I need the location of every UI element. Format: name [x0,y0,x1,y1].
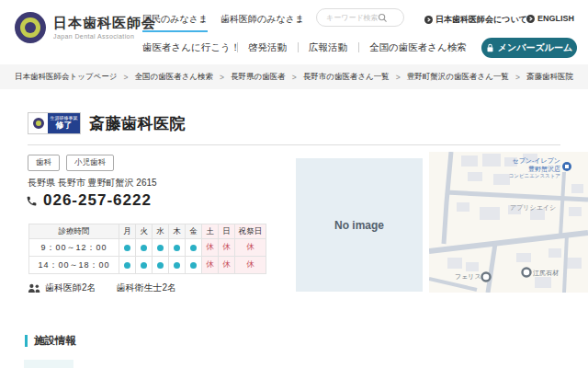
lifelong-training-badge: 生涯研修事業 修了 [28,112,81,134]
no-image-label: No image [334,219,384,232]
schedule-day-cell [119,257,136,274]
schedule-day-cell: 休 [219,257,235,274]
arrow-circle-icon [526,15,535,23]
arrow-circle-icon [424,16,433,24]
jda-emblem-icon [15,12,46,43]
schedule-day-cell: 休 [235,239,266,257]
schedule-day-cell: 休 [202,257,219,274]
breadcrumb-prefecture[interactable]: 長野県の歯医者 [231,72,286,83]
search-input[interactable] [317,14,378,22]
open-dot-icon [190,245,197,251]
shop-poi-icon [482,273,491,282]
shop-poi-icon [523,269,531,277]
schedule-header-cell: 土 [202,224,219,239]
map-label-ejiri-stone[interactable]: 江尻石材 [533,269,559,277]
clinic-title-row: 生涯研修事業 修了 斎藤歯科医院 [28,112,186,134]
breadcrumb-home[interactable]: 日本歯科医師会トップページ [15,72,118,83]
people-icon [28,283,40,293]
keyword-search [316,8,404,27]
open-dot-icon [157,245,164,251]
schedule-day-cell [186,257,202,274]
open-dot-icon [141,245,147,251]
divider [28,144,560,145]
badge-emblem-icon [33,118,44,129]
schedule-day-cell: 休 [219,239,235,257]
phone-number: 026-257-6222 [43,191,152,210]
jda-logo[interactable]: 日本歯科医師会 Japan Dental Association [15,12,156,43]
heading-accent-bar [25,335,28,347]
open-dot-icon [124,245,130,251]
schedule-row: 14：00～18：00 休 休 休 [29,257,266,274]
schedule-header-cell: 木 [169,224,186,239]
open-dot-icon [141,262,147,269]
staff-dentists: 歯科医師2名 [45,282,96,294]
schedule-day-cell [169,257,186,274]
divider [298,42,299,52]
page-title: 斎藤歯科医院 [89,113,186,134]
schedule-time-cell: 9：00～12：00 [29,239,119,257]
map-label-seven-eleven[interactable]: セブン-イレブン 豊野蟹沢店 コンビニエンスストア [509,156,560,179]
lock-icon [486,43,494,52]
schedule-day-cell: 休 [202,239,219,257]
nav-go-to-dentist[interactable]: 歯医者さんに行こう！ [142,41,240,54]
members-room-button[interactable]: メンバーズルーム [481,38,577,58]
schedule-header-cell: 診療時間 [29,224,119,239]
schedule-time-cell: 14：00～18：00 [29,257,119,274]
open-dot-icon [190,262,197,269]
map-label-felice[interactable]: フェリス [455,272,481,281]
nav-dentist-search[interactable]: 全国の歯医者さん検索 [369,41,467,54]
schedule-day-cell: 休 [235,257,266,274]
open-dot-icon [124,262,130,269]
schedule-header-cell: 日 [219,224,235,239]
breadcrumb-search[interactable]: 全国の歯医者さん検索 [134,72,213,83]
schedule-day-cell [136,257,153,274]
facility-info-heading: 施設情報 [25,334,76,348]
breadcrumb: 日本歯科医師会トップページ > 全国の歯医者さん検索 > 長野県の歯医者 > 長… [0,64,588,89]
schedule-header-cell: 火 [136,224,153,239]
schedule-day-cell [169,239,186,257]
about-jda-link[interactable]: 日本歯科医師会について [424,14,527,26]
english-link[interactable]: ENGLISH [526,14,574,23]
schedule-row: 9：00～12：00 休 休 休 [29,239,266,257]
schedule-header-cell: 水 [153,224,169,239]
logo-subtitle: Japan Dental Association [53,33,156,40]
location-map[interactable]: セブン-イレブン 豊野蟹沢店 コンビニエンスストア アプリシエイシ フェリス 江… [429,152,588,293]
clinic-phone: 026-257-6222 [26,191,152,210]
schedule-table: 診療時間 月 火 水 木 金 土 日 祝祭日 9：00～12：00 休 休 休 … [28,224,266,274]
open-dot-icon [174,262,180,269]
schedule-day-cell [186,239,202,257]
tag-dental: 歯科 [28,155,60,171]
staff-info: 歯科医師2名 歯科衛生士2名 [28,282,176,294]
divider [358,42,359,52]
open-dot-icon [157,262,164,269]
divider [237,42,238,52]
staff-hygienists: 歯科衛生士2名 [117,282,177,294]
logo-title: 日本歯科医師会 [53,16,156,31]
nav-pr[interactable]: 広報活動 [309,41,347,54]
schedule-day-cell [153,239,169,257]
map-label-appreciation[interactable]: アプリシエイシ [510,203,556,212]
schedule-day-cell [153,257,169,274]
nav-awareness[interactable]: 啓発活動 [248,41,287,54]
facility-table-edge [24,360,74,368]
tag-pediatric-dental: 小児歯科 [66,155,114,171]
header: 日本歯科医師会 Japan Dental Association 国民のみなさま… [0,0,588,64]
search-icon[interactable] [378,13,388,23]
schedule-day-cell [136,239,153,257]
schedule-day-cell [119,239,136,257]
clinic-photo-placeholder: No image [296,158,423,292]
phone-icon [26,195,38,207]
schedule-header-row: 診療時間 月 火 水 木 金 土 日 祝祭日 [29,224,266,239]
breadcrumb-current: 斎藤歯科医院 [526,72,573,83]
schedule-header-cell: 祝祭日 [235,224,266,239]
schedule-header-cell: 金 [186,224,202,239]
department-tags: 歯科 小児歯科 [28,155,114,171]
schedule-header-cell: 月 [119,224,136,239]
tab-citizens[interactable]: 国民のみなさま [142,13,208,32]
page: 日本歯科医師会 Japan Dental Association 国民のみなさま… [0,0,588,368]
breadcrumb-city[interactable]: 長野市の歯医者さん一覧 [303,72,390,83]
breadcrumb-town[interactable]: 豊野町蟹沢の歯医者さん一覧 [407,72,509,83]
clinic-address: 長野県 長野市 豊野町蟹沢 2615 [28,177,157,190]
open-dot-icon [174,245,180,251]
tab-dentists[interactable]: 歯科医師のみなさま [220,13,304,30]
